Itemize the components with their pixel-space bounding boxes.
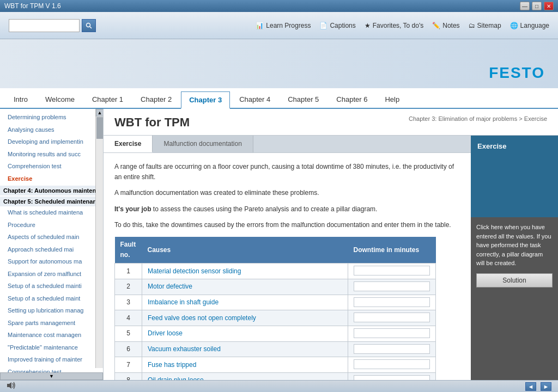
tab-chapter4[interactable]: Chapter 4 [231,90,278,108]
titlebar: WBT for TPM V 1.6 — □ ✕ [0,0,558,12]
topbar-captions[interactable]: 📄 Captions [319,22,355,29]
fault-downtime-2[interactable] [348,279,436,295]
sidebar-bottom-controls: ▼ [0,372,103,380]
exercise-para2: A malfunction documentation was created … [114,188,460,198]
tab-chapter3[interactable]: Chapter 3 [181,91,230,109]
star-icon: ★ [365,22,371,29]
topbar-favorites[interactable]: ★ Favorites, To do's [365,22,423,29]
maximize-button[interactable]: □ [532,2,542,10]
sidebar-item-what-is[interactable]: What is scheduled maintena [0,206,103,219]
sidebar-item-comprehension2[interactable]: Comprehension test [0,366,103,373]
content-header: WBT for TPM Chapter 3: Elimination of ma… [104,109,558,136]
sidebar-item-exercise[interactable]: Exercise [0,173,103,185]
tab-help[interactable]: Help [377,90,408,108]
fault-cause-6: Vacuum exhauster soiled [142,341,348,357]
tab-chapter2[interactable]: Chapter 2 [132,90,180,108]
chart-icon: 📊 [256,22,264,29]
search-input[interactable] [9,19,80,32]
close-button[interactable]: ✕ [544,2,554,10]
fault-no-1: 1 [115,264,142,279]
topbar-sitemap[interactable]: 🗂 Sitemap [469,22,501,29]
globe-icon: 🌐 [510,22,518,29]
exercise-para4: To do this, take the downtimes caused by… [114,220,460,230]
exercise-label: Exercise [477,142,507,150]
tab-chapter1[interactable]: Chapter 1 [84,90,131,108]
topbar-language[interactable]: 🌐 Language [510,22,549,29]
sidebar-content: Determining problems Analysing causes De… [0,109,103,372]
sidebar-item-determining[interactable]: Determining problems [0,111,103,124]
exercise-tab-exercise[interactable]: Exercise [104,136,153,152]
minimize-button[interactable]: — [520,2,530,10]
scroll-down-button[interactable]: ▼ [0,372,103,380]
fault-downtime-7[interactable] [348,357,436,373]
sidebar-chapter4[interactable]: Chapter 4: Autonomous mainten [0,186,103,195]
sidebar-item-approach[interactable]: Approach scheduled mai [0,243,103,256]
fault-downtime-1[interactable] [348,264,436,279]
titlebar-controls: — □ ✕ [520,2,554,10]
fault-downtime-6[interactable] [348,341,436,357]
fault-cause-7: Fuse has tripped [142,357,348,373]
exercise-main: Exercise Malfunction documentation A ran… [104,136,471,380]
sidebar-item-monitoring[interactable]: Monitoring results and succ [0,148,103,161]
sidebar-item-procedure[interactable]: Procedure [0,219,103,231]
sidebar-item-predictable[interactable]: "Predictable" maintenance [0,341,103,354]
sidebar-item-lubrication[interactable]: Setting up lubrication manag [0,304,103,317]
sidebar-item-setup1[interactable]: Setup of a scheduled mainti [0,280,103,292]
sidebar-item-analysing[interactable]: Analysing causes [0,124,103,136]
sidebar-item-maintenance-cost[interactable]: Maintenance cost managen [0,329,103,341]
exercise-tab-malfunction[interactable]: Malfunction documentation [153,136,253,152]
sidebar-item-improved[interactable]: Improved training of mainter [0,353,103,366]
sidebar-item-developing[interactable]: Developing and implementin [0,136,103,148]
fault-cause-4: Feed valve does not open completely [142,310,348,326]
festo-logo: FESTO [489,64,545,82]
fault-downtime-5[interactable] [348,326,436,342]
header-banner: FESTO [0,39,558,88]
sidebar-scrollbar[interactable]: ▲ [95,109,103,368]
tab-chapter6[interactable]: Chapter 6 [328,90,375,108]
sidebar-chapter5[interactable]: Chapter 5: Scheduled maintenar [0,197,103,206]
exercise-para3-suffix: to assess the causes using the Pareto an… [151,205,378,213]
fault-downtime-4[interactable] [348,310,436,326]
topbar-notes[interactable]: ✏️ Notes [432,22,459,29]
sidebar-item-aspects[interactable]: Aspects of scheduled main [0,231,103,243]
table-row: 7 Fuse has tripped [115,357,436,373]
hint-box: Click here when you have entered all the… [471,217,558,380]
tab-chapter5[interactable]: Chapter 5 [280,90,327,108]
sound-button[interactable] [7,382,16,391]
table-row: 3 Imbalance in shaft guide [115,295,436,310]
fault-table-body: 1 Material detection sensor sliding 2 Mo… [115,264,436,380]
search-area [9,19,96,32]
hint-text: Click here when you have entered all the… [476,224,551,266]
scrollbar-thumb[interactable] [96,117,103,139]
captions-icon: 📄 [319,22,327,29]
topbar-nav: 📊 Learn Progress 📄 Captions ★ Favorites,… [256,22,549,29]
exercise-para3-bold: It's your job [114,205,151,213]
titlebar-title: WBT for TPM V 1.6 [4,2,61,10]
svg-point-0 [87,23,90,27]
fault-no-4: 4 [115,310,142,326]
sound-icon [7,382,16,389]
sidebar-item-expansion[interactable]: Expansion of zero malflunct [0,268,103,280]
tab-welcome[interactable]: Welcome [37,90,83,108]
fault-cause-1: Material detection sensor sliding [142,264,348,279]
bottombar: ◄ ► [0,380,558,392]
fault-downtime-3[interactable] [348,295,436,310]
table-row: 4 Feed valve does not open completely [115,310,436,326]
topbar-learn-progress[interactable]: 📊 Learn Progress [256,22,311,29]
sidebar-item-support[interactable]: Support for autonomous ma [0,255,103,268]
sidebar-item-comprehension1[interactable]: Comprehension test [0,160,103,173]
fault-no-8: 8 [115,373,142,380]
next-button[interactable]: ► [541,382,551,391]
prev-button[interactable]: ◄ [525,382,536,391]
exercise-para3: It's your job to assess the causes using… [114,204,460,215]
scroll-up-button[interactable]: ▲ [96,109,104,117]
sidebar-item-spare-parts[interactable]: Spare parts management [0,317,103,329]
search-button[interactable] [82,19,96,32]
solution-button[interactable]: Solution [476,273,553,287]
sidebar-item-setup2[interactable]: Setup of a scheduled maint [0,292,103,305]
table-row: 2 Motor defective [115,279,436,295]
fault-downtime-8[interactable] [348,373,436,380]
sitemap-icon: 🗂 [469,22,475,29]
tab-intro[interactable]: Intro [5,90,36,108]
table-row: 1 Material detection sensor sliding [115,264,436,279]
